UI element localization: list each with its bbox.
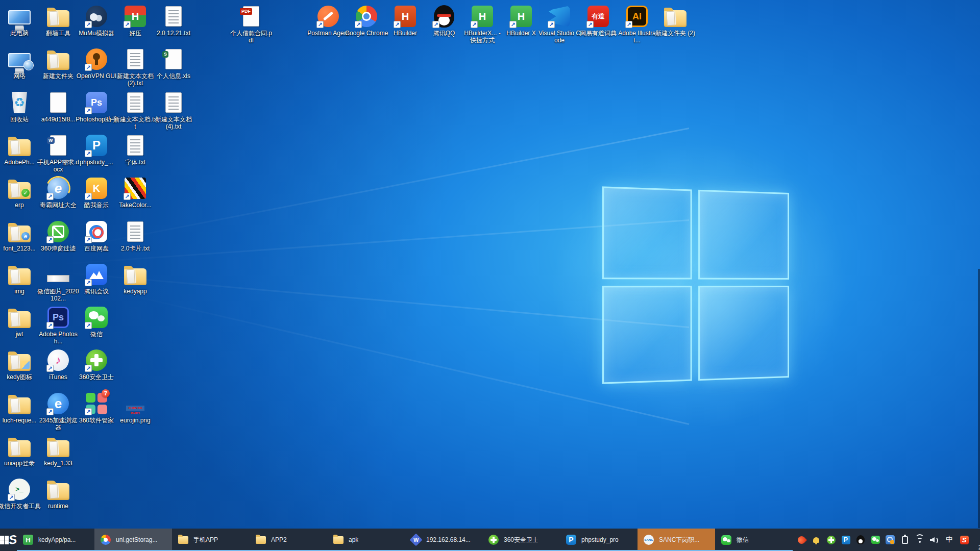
- taskbar-button-sanc[interactable]: SANCSANC下岗职...: [638, 529, 715, 551]
- taskbar-button-hbx[interactable]: HkedyApp/pa...: [17, 529, 94, 551]
- desktop-icon-xls[interactable]: S个人信息.xls: [154, 47, 193, 80]
- hbx-icon: H: [23, 535, 33, 545]
- desktop-icon-txt[interactable]: 新建文本文档.txt: [116, 90, 155, 130]
- desktop-icon-postman[interactable]: ↗Postman Agent: [309, 4, 348, 37]
- taskbar-button-whex[interactable]: W192.162.68.14...: [405, 529, 482, 551]
- desktop-icon-file[interactable]: a449d15f8...: [39, 90, 78, 123]
- desktop-icon-folder[interactable]: kedy_1.33: [39, 434, 78, 467]
- desktop-icon-ai[interactable]: Ai↗Adobe Illustrat...: [618, 4, 656, 44]
- taskbar-button-icon: [487, 534, 500, 546]
- tray-wechat-icon[interactable]: [870, 533, 881, 547]
- taskbar-clock[interactable]: 18:16 周一 2021/1/25: [973, 529, 980, 551]
- desktop-icon-phpstudy[interactable]: P↗phpstudy_...: [77, 133, 116, 166]
- desktop-icon-label: 好压: [113, 30, 157, 37]
- desktop-icon-haozip[interactable]: H↗好压: [116, 4, 155, 37]
- tray-applock-icon[interactable]: [885, 533, 896, 547]
- tray-sogou-icon[interactable]: S: [959, 533, 970, 547]
- tray-qq-icon[interactable]: [855, 533, 866, 547]
- desktop-icon-folder[interactable]: uniapp登录: [0, 434, 39, 467]
- desktop-icon-takecolor[interactable]: ↗TakeColor...: [116, 176, 155, 209]
- desktop-icon-wxdev[interactable]: >_↗微信开发者工具: [0, 477, 39, 510]
- txt-icon: [161, 90, 186, 115]
- desktop-icon-folder[interactable]: efont_2123...: [0, 219, 39, 252]
- ime-glyph: 中: [946, 535, 953, 544]
- taskbar-button-icon: [255, 534, 267, 546]
- tray-ime-icon[interactable]: 中: [944, 533, 955, 547]
- desktop-icon-kuwo[interactable]: K↗酷我音乐: [77, 176, 116, 209]
- s-app-button[interactable]: S: [9, 529, 17, 551]
- desktop-icon-pshelper[interactable]: Ps↗Photoshop助手: [77, 90, 116, 123]
- desktop-icon-pdf[interactable]: PDF个人借款合同.pdf: [232, 4, 271, 44]
- popup-icon: ↗: [46, 219, 70, 244]
- desktop-icon-itunes[interactable]: ♪↗iTunes: [39, 348, 78, 381]
- desktop-icon-docx[interactable]: W手机APP需求.docx: [39, 133, 78, 173]
- desktop-icon-hbuilder[interactable]: H↗HBuilder: [386, 4, 425, 37]
- desktop-icon-folder[interactable]: kedy图标: [0, 348, 39, 381]
- desktop-icon-youdao[interactable]: 有道↗网易有道词典: [579, 4, 618, 37]
- s-app-icon: S: [8, 532, 18, 547]
- desktop-icon-ps[interactable]: Ps↗Adobe Photosh...: [39, 305, 78, 345]
- taskbar-button-wechat[interactable]: 微信: [715, 529, 793, 551]
- desktop-icon-label: Google Chrome: [345, 30, 388, 37]
- txt-icon: [123, 47, 148, 71]
- desktop-icon-txt[interactable]: 2.0卡片.txt: [116, 219, 155, 252]
- wechat-icon: [721, 535, 731, 545]
- desktop-icon-txt[interactable]: 新建文本文档 (2).txt: [116, 47, 155, 87]
- desktop-icon-folder[interactable]: luch-reque...: [0, 391, 39, 424]
- taskbar-button-folder[interactable]: APP2: [250, 529, 327, 551]
- desktop-icon-openvpn[interactable]: ↗OpenVPN GUI: [77, 47, 116, 80]
- desktop-icon-popup[interactable]: ↗360弹窗过滤: [39, 219, 78, 252]
- tray-wifi-icon[interactable]: [914, 533, 925, 547]
- taskbar-button-folder[interactable]: 手机APP: [172, 529, 250, 551]
- tray-phpstudy-icon[interactable]: P: [840, 533, 851, 547]
- desktop-icon-meeting[interactable]: ↗腾讯会议: [77, 262, 116, 295]
- desktop-wallpaper: 此电脑网络♻回收站AdobePh...✓erpefont_2123...imgj…: [0, 0, 980, 529]
- shortcut-arrow-icon: ↗: [85, 408, 92, 415]
- desktop-icon-label: 2.0 12.21.txt: [152, 30, 195, 37]
- tray-volume-icon[interactable]: [929, 533, 940, 547]
- desktop-icon-txt[interactable]: 字体.txt: [116, 133, 155, 166]
- taskbar-button-chrome[interactable]: uni.getStorag...: [94, 529, 172, 551]
- safe360-icon: ↗: [84, 348, 109, 372]
- desktop-icon-folder[interactable]: 新建文件夹: [39, 47, 78, 80]
- desktop-icon-txt[interactable]: 2.0 12.21.txt: [154, 4, 193, 37]
- desktop-icon-this-pc[interactable]: 此电脑: [0, 4, 39, 37]
- tray-flame-icon[interactable]: [796, 533, 807, 547]
- desktop-icon-txt[interactable]: 新建文本文档 (4).txt: [154, 90, 193, 130]
- desktop-icon-imgfile[interactable]: 微信图片_2020102...: [39, 262, 78, 302]
- desktop-icon-sw360[interactable]: ↗7360软件管家: [77, 391, 116, 424]
- desktop-icon-wechat[interactable]: ↗微信: [77, 305, 116, 338]
- youdao-icon: 有道↗: [586, 4, 610, 29]
- desktop-icon-folder[interactable]: 翻墙工具: [39, 4, 78, 37]
- desktop-icon-pngfile[interactable]: EUROJIN PARISeurojin.png: [116, 391, 155, 424]
- desktop-icon-safe360[interactable]: ↗360安全卫士: [77, 348, 116, 381]
- desktop-icon-e2345[interactable]: e↗2345加速浏览器: [39, 391, 78, 431]
- taskbar-button-folder[interactable]: apk: [327, 529, 405, 551]
- desktop-icon-hbx[interactable]: H↗HBuilderX... - 快捷方式: [463, 4, 502, 44]
- start-button[interactable]: [0, 529, 9, 551]
- taskbar-button-icon: W: [410, 534, 422, 546]
- desktop-icon-chrome[interactable]: ↗Google Chrome: [347, 4, 386, 37]
- desktop-icon-ie[interactable]: e↗毒霸网址大全: [39, 176, 78, 209]
- desktop-icon-network[interactable]: 网络: [0, 47, 39, 80]
- taskbar-button-safe360[interactable]: 360安全卫士: [482, 529, 560, 551]
- taskbar-button-phpstudy[interactable]: Pphpstudy_pro: [560, 529, 638, 551]
- desktop-icon-folder[interactable]: 新建文件夹 (2): [656, 4, 695, 37]
- tray-safe360-icon[interactable]: [825, 533, 837, 547]
- desktop-icon-folder[interactable]: kedyapp: [116, 262, 155, 295]
- desktop-icon-folder[interactable]: runtime: [39, 477, 78, 510]
- desktop-icon-qq[interactable]: ↗腾讯QQ: [425, 4, 463, 37]
- desktop-icon-vscode[interactable]: ↗Visual Studio Code: [540, 4, 579, 44]
- desktop-icon-mumu[interactable]: ↗MuMu模拟器: [77, 4, 116, 37]
- tray-bell-icon[interactable]: [811, 533, 822, 547]
- desktop-icon-folder[interactable]: img: [0, 262, 39, 295]
- desktop-icon-folder[interactable]: ✓erp: [0, 176, 39, 209]
- shortcut-arrow-icon: ↗: [85, 322, 92, 329]
- shortcut-arrow-icon: ↗: [432, 21, 439, 28]
- desktop-icon-folder[interactable]: AdobePh...: [0, 133, 39, 166]
- desktop-icon-folder[interactable]: jwt: [0, 305, 39, 338]
- desktop-icon-hbx[interactable]: H↗HBuilder X: [502, 4, 541, 37]
- desktop-icon-recycle[interactable]: ♻回收站: [0, 90, 39, 123]
- desktop-icon-baidu[interactable]: ↗百度网盘: [77, 219, 116, 252]
- tray-usb-icon[interactable]: [899, 533, 911, 547]
